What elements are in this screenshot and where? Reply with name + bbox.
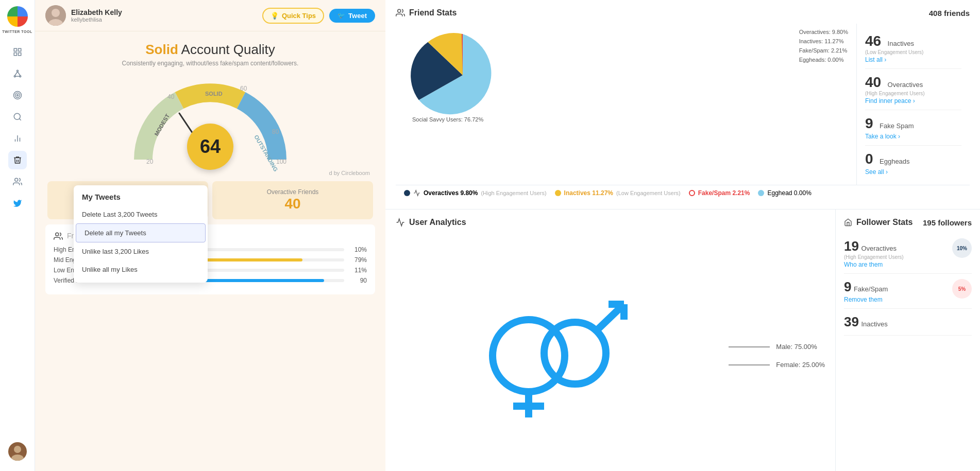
svg-point-18 <box>14 178 18 181</box>
female-label: Female: 25.00% <box>776 361 825 369</box>
dropdown-title: My Tweets <box>74 189 208 205</box>
stat-fake-spam: 9 Fake Spam Take a look › <box>865 110 961 146</box>
profile-handle: kellybethlisa <box>71 16 122 23</box>
follower-overactives-link[interactable]: Who are them <box>844 261 904 268</box>
svg-text:40: 40 <box>167 93 175 100</box>
stat-overactives: 40 Overactives (High Engagement Users) F… <box>865 69 961 110</box>
male-label: Male: 75.00% <box>776 343 817 351</box>
dropdown-item-1[interactable]: Delete all my Tweets <box>76 223 206 242</box>
stat-eggheads-link[interactable]: See all › <box>865 168 961 176</box>
score-value: 64 <box>200 136 221 158</box>
svg-text:100: 100 <box>276 158 286 165</box>
gender-labels: Male: 75.00% Female: 25.00% <box>729 343 825 369</box>
twitter-icon-btn: 🐦 <box>337 12 345 19</box>
friend-stats-title: Friend Stats <box>396 8 457 18</box>
user-analytics-header: User Analytics <box>396 218 825 227</box>
dot-fake <box>689 190 695 196</box>
user-analytics-title: User Analytics <box>396 218 466 227</box>
svg-point-13 <box>14 113 20 119</box>
male-line <box>729 346 770 347</box>
profile-name: Elizabeth Kelly <box>71 8 122 16</box>
follower-fake-spam: 9 Fake/Spam Remove them 5% <box>844 274 972 309</box>
follower-inactives: 39 Inactives <box>844 309 972 336</box>
dot-overactives <box>404 190 410 196</box>
main-content: Elizabeth Kelly kellybethlisa 💡 Quick Ti… <box>35 0 980 471</box>
female-line <box>729 364 770 365</box>
sidebar-icon-target[interactable] <box>8 86 27 104</box>
dot-inactives <box>555 190 561 196</box>
app-logo[interactable] <box>7 6 28 27</box>
quality-title-strong: Solid <box>145 42 178 57</box>
svg-rect-1 <box>18 48 21 51</box>
quality-title-rest: Account Quality <box>178 42 275 57</box>
friend-stats-section: Friend Stats 408 friends <box>385 0 980 210</box>
app-name: TWITTER TOOL <box>2 30 32 33</box>
dropdown-item-3[interactable]: Unlike all my Likes <box>74 260 208 278</box>
bottom-stats-row: Overactives 9.80% (High Engagement Users… <box>396 185 970 201</box>
user-avatar[interactable] <box>8 442 27 461</box>
sidebar-icon-people[interactable] <box>8 172 27 191</box>
bottom-egghead-label: Egghead 0.00% <box>767 189 811 197</box>
svg-line-7 <box>14 72 17 76</box>
overactive-friends-value: 40 <box>217 196 368 212</box>
dropdown-item-2[interactable]: Unlike last 3,200 Likes <box>74 242 208 260</box>
gender-visual <box>396 284 718 428</box>
bottom-stat-inactives: Inactives 11.27% (Low Engagement Users) <box>555 189 681 197</box>
follower-overactives: 19 Overactives (High Engagement Users) W… <box>844 233 972 274</box>
gender-svg <box>475 284 639 428</box>
bottom-stat-fake: Fake/Spam 2.21% <box>689 189 750 197</box>
pie-chart-area: Social Savvy Users: 76.72% Overactives: … <box>396 24 848 185</box>
svg-line-14 <box>19 118 21 120</box>
svg-line-42 <box>598 304 624 329</box>
overactive-friends-label: Overactive Friends <box>217 188 368 196</box>
quality-title: Solid Account Quality <box>45 42 375 58</box>
svg-line-8 <box>18 72 20 76</box>
stat-overactives-link[interactable]: Find inner peace › <box>865 97 961 104</box>
female-label-row: Female: 25.00% <box>729 361 825 369</box>
sidebar-icon-chart[interactable] <box>8 129 27 148</box>
bottom-inactives-sub: (Low Engagement Users) <box>616 190 681 196</box>
stat-inactives-link[interactable]: List all › <box>865 56 961 63</box>
tweet-button[interactable]: 🐦 Tweet <box>329 9 375 23</box>
icon-overactives <box>413 189 420 197</box>
sidebar-icon-nodes[interactable] <box>8 64 27 83</box>
follower-count: 195 followers <box>923 218 972 227</box>
dot-egghead <box>758 190 764 196</box>
svg-point-20 <box>14 446 21 453</box>
score-circle: 64 <box>187 124 233 170</box>
stat-fake-spam-link[interactable]: Take a look › <box>865 133 961 140</box>
legend-inactives: Inactives: 11.27% <box>799 38 848 44</box>
analytics-grid: Male: 75.00% Female: 25.00% <box>396 233 825 471</box>
fake-spam-badge-text: 5% <box>958 286 966 292</box>
sidebar-icon-search[interactable] <box>8 108 27 126</box>
left-panel: Elizabeth Kelly kellybethlisa 💡 Quick Ti… <box>35 0 385 471</box>
follower-stats-title: Follower Stats <box>844 218 913 227</box>
stats-sidebar: 46 Inactives (Low Engagement Users) List… <box>856 24 970 185</box>
stat-eggheads: 0 Eggheads See all › <box>865 146 961 181</box>
quick-tips-button[interactable]: 💡 Quick Tips <box>262 8 324 24</box>
analytics-icon <box>396 218 405 227</box>
svg-point-35 <box>56 233 59 236</box>
svg-point-11 <box>15 93 20 98</box>
sidebar-icon-trash[interactable] <box>8 151 27 169</box>
legend-overactives: Overactives: 9.80% <box>799 29 848 35</box>
quality-section: Solid Account Quality Consistently engag… <box>35 31 385 72</box>
dropdown-item-0[interactable]: Delete Last 3,200 Tweets <box>74 205 208 223</box>
sidebar-icon-grid[interactable] <box>8 43 27 61</box>
svg-rect-0 <box>14 48 16 51</box>
male-label-row: Male: 75.00% <box>729 343 825 351</box>
follower-fake-spam-link[interactable]: Remove them <box>844 296 888 303</box>
bottom-overactives-label: Overactives 9.80% <box>424 189 478 197</box>
sidebar-icon-twitter[interactable] <box>8 194 27 213</box>
stat-inactives: 46 Inactives (Low Engagement Users) List… <box>865 28 961 69</box>
svg-text:SOLID: SOLID <box>205 91 223 97</box>
bottom-stat-egghead: Egghead 0.00% <box>758 189 811 197</box>
svg-point-12 <box>16 95 18 96</box>
svg-text:20: 20 <box>146 158 154 165</box>
bottom-overactives-sub: (High Engagement Users) <box>481 190 546 196</box>
svg-text:Social Savvy Users: 76.72%: Social Savvy Users: 76.72% <box>412 116 483 123</box>
svg-rect-3 <box>14 53 16 56</box>
overactive-friends-box: Overactive Friends 40 <box>212 181 373 219</box>
friend-stats-header: Friend Stats 408 friends <box>396 8 970 18</box>
right-panel: Friend Stats 408 friends <box>385 0 980 471</box>
